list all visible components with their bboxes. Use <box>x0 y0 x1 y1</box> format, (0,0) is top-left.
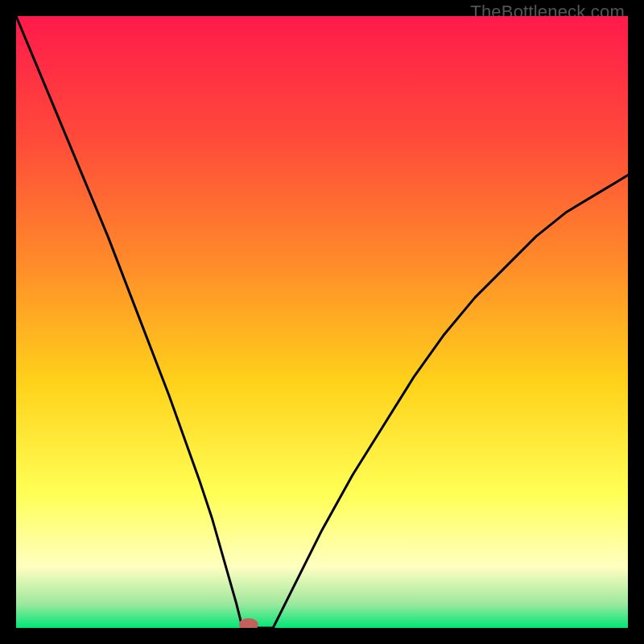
gradient-background <box>16 16 628 628</box>
chart-frame <box>16 16 628 628</box>
chart-svg <box>16 16 628 628</box>
